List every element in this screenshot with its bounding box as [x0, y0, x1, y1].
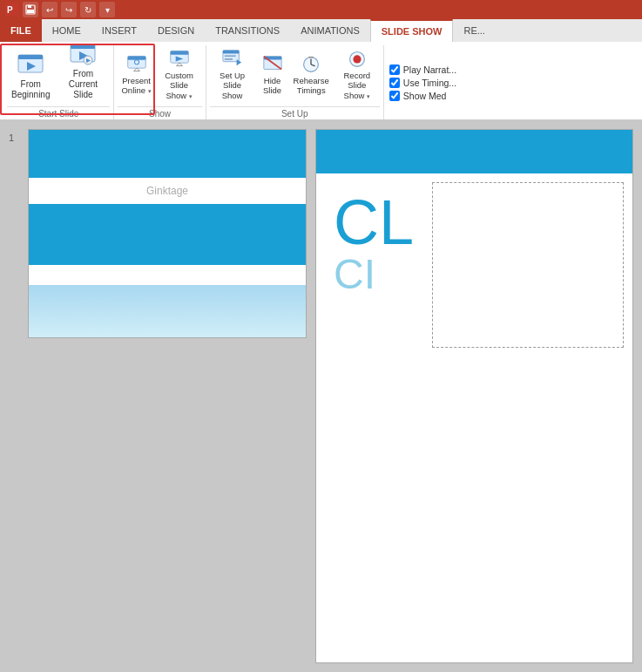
svg-rect-3 [28, 5, 31, 8]
redo-button[interactable]: ↪ [61, 2, 77, 17]
rehearse-timings-label: RehearseTimings [294, 76, 329, 96]
repeat-button[interactable]: ↻ [80, 2, 96, 17]
ribbon-checkboxes: Play Narrat... Use Timing... Show Med [384, 45, 462, 119]
tab-design[interactable]: DESIGN [147, 19, 205, 42]
tab-animations[interactable]: ANIMATIONS [290, 19, 370, 42]
svg-text:P: P [7, 5, 13, 15]
save-button[interactable] [23, 2, 38, 17]
rehearse-timings-icon [301, 53, 321, 74]
setup-slideshow-label: Set UpSlide Show [213, 71, 252, 100]
svg-rect-6 [18, 55, 43, 59]
tab-transitions[interactable]: TRANSITIONS [205, 19, 290, 42]
from-beginning-icon [17, 50, 44, 78]
svg-rect-9 [71, 44, 95, 49]
svg-line-18 [137, 68, 139, 71]
ribbon-body: FromBeginning FromCurrent Slide Start Sl… [0, 42, 642, 120]
play-narrations-checkbox-item[interactable]: Play Narrat... [389, 64, 456, 75]
ribbon-section-show: PresentOnline ▾ Custom SlideShow ▾ Sh [114, 45, 206, 119]
title-bar: P ↩ ↪ ↻ ▾ [0, 0, 642, 19]
use-timings-label: Use Timing... [403, 78, 456, 88]
slide-preview-header [316, 130, 632, 173]
slide-thumbnail-container: 1 Ginktage [9, 129, 307, 663]
slide-thumb-title: Ginktage [29, 178, 306, 204]
undo-button[interactable]: ↩ [42, 2, 57, 17]
svg-rect-28 [224, 55, 235, 57]
play-narrations-label: Play Narrat... [403, 64, 456, 75]
tab-insert[interactable]: INSERT [91, 19, 147, 42]
hide-slide-label: HideSlide [263, 76, 281, 96]
main-area: 1 Ginktage CL CI [0, 120, 642, 672]
hide-slide-icon [262, 53, 283, 74]
use-timings-checkbox[interactable] [389, 78, 400, 88]
record-slideshow-button[interactable]: Record SlideShow ▾ [335, 45, 380, 103]
from-current-slide-button[interactable]: FromCurrent Slide [56, 45, 110, 103]
setup-buttons: Set UpSlide Show HideSlide [210, 45, 380, 106]
slide-thumbnail[interactable]: Ginktage [28, 129, 307, 338]
slide-preview-dashed-border [432, 182, 624, 348]
tab-review[interactable]: RE... [453, 19, 495, 42]
from-current-slide-icon [69, 39, 97, 67]
play-narrations-checkbox[interactable] [389, 64, 400, 75]
svg-line-17 [133, 68, 136, 71]
slide-preview-content: CL CI [316, 173, 632, 304]
show-section-label: Show [118, 106, 201, 120]
svg-point-41 [353, 55, 361, 63]
use-timings-checkbox-item[interactable]: Use Timing... [389, 78, 456, 88]
customize-button[interactable]: ▾ [99, 2, 115, 17]
svg-line-24 [179, 63, 182, 65]
ribbon-section-setup: Set UpSlide Show HideSlide [206, 45, 384, 119]
app-icon: P [5, 3, 19, 17]
rehearse-timings-button[interactable]: RehearseTimings [290, 45, 333, 103]
setup-section-label: Set Up [210, 106, 380, 120]
slide-number: 1 [9, 129, 23, 663]
tab-slideshow[interactable]: SLIDE SHOW [370, 19, 454, 42]
setup-slideshow-icon [222, 48, 243, 69]
custom-slide-show-button[interactable]: Custom SlideShow ▾ [157, 45, 202, 103]
start-slide-section-label: Start Slide [7, 106, 110, 120]
present-online-icon [126, 53, 147, 74]
from-current-slide-label: FromCurrent Slide [60, 69, 105, 100]
show-media-checkbox[interactable] [389, 91, 400, 101]
svg-rect-4 [27, 10, 34, 13]
show-buttons: PresentOnline ▾ Custom SlideShow ▾ [118, 45, 201, 106]
from-beginning-button[interactable]: FromBeginning [7, 45, 54, 103]
present-online-button[interactable]: PresentOnline ▾ [118, 45, 154, 103]
show-media-checkbox-item[interactable]: Show Med [389, 91, 456, 101]
svg-line-23 [176, 63, 179, 65]
record-slideshow-label: Record SlideShow ▾ [338, 71, 376, 100]
svg-rect-27 [223, 51, 239, 54]
custom-slide-show-icon [169, 48, 190, 69]
svg-rect-29 [224, 58, 232, 60]
svg-rect-21 [170, 51, 188, 54]
from-beginning-label: FromBeginning [11, 79, 50, 100]
setup-slideshow-button[interactable]: Set UpSlide Show [210, 45, 255, 103]
present-online-label: PresentOnline ▾ [121, 76, 151, 96]
hide-slide-button[interactable]: HideSlide [257, 45, 288, 103]
custom-slide-show-label: Custom SlideShow ▾ [160, 71, 199, 100]
slide-thumb-footer [29, 285, 306, 337]
slide-thumb-header [29, 130, 306, 178]
slide-preview[interactable]: CL CI [315, 129, 633, 663]
show-media-label: Show Med [403, 91, 447, 101]
tab-file[interactable]: FILE [0, 19, 42, 42]
slide-thumb-content [29, 204, 306, 265]
content-area: 1 Ginktage CL CI [0, 120, 642, 672]
start-slide-buttons: FromBeginning FromCurrent Slide [7, 45, 110, 106]
record-slideshow-icon [347, 48, 368, 69]
ribbon-section-start-slide: FromBeginning FromCurrent Slide Start Sl… [2, 45, 114, 119]
